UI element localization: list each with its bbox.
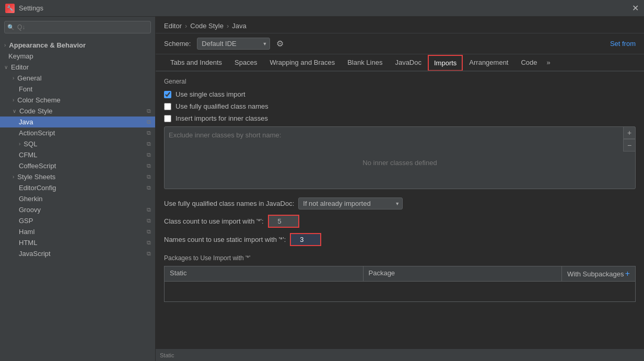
use-fully-qualified-label[interactable]: Use fully qualified class names [175,102,268,110]
add-package-button[interactable]: + [625,269,630,278]
sidebar-item-actionscript[interactable]: ActionScript ⧉ [0,127,155,138]
add-exclude-button[interactable]: + [623,126,636,139]
sidebar-item-label: Gherkin [19,195,43,203]
chevron-right-icon: › [13,75,14,81]
sidebar-item-html[interactable]: HTML ⧉ [0,237,155,248]
sidebar-item-general[interactable]: › General [0,73,155,84]
sidebar-item-code-style[interactable]: ∨ Code Style ⧉ [0,106,155,117]
sidebar-item-java[interactable]: Java ⧉ [0,117,155,127]
copy-icon: ⧉ [147,130,151,136]
search-icon: 🔍 [7,24,15,31]
tabs-bar: Tabs and Indents Spaces Wrapping and Bra… [156,54,644,72]
copy-icon: ⧉ [147,152,151,158]
names-count-label: Names count to use static import with '*… [164,236,286,243]
class-count-input[interactable] [268,215,299,228]
search-input[interactable] [4,21,151,33]
sidebar-item-editorconfig[interactable]: EditorConfig ⧉ [0,182,155,193]
nav-tree: › Appearance & Behavior Keymap ∨ Editor … [0,38,155,361]
gear-icon[interactable]: ⚙ [276,39,284,49]
tab-imports[interactable]: Imports [428,55,463,71]
chevron-right-icon: › [4,42,6,48]
col-package: Package [364,266,563,281]
settings-window: 🔧 Settings ✕ 🔍 › Appearance & Behavior K… [0,0,644,361]
copy-icon: ⧉ [147,239,151,246]
insert-imports-checkbox[interactable] [164,115,171,122]
copy-icon: ⧉ [147,173,151,180]
insert-imports-label[interactable]: Insert imports for inner classes [175,114,268,122]
checkbox-insert-imports: Insert imports for inner classes [164,114,636,122]
tab-arrangement[interactable]: Arrangement [463,54,514,72]
col-subpackages-label: With Subpackages [567,270,624,278]
status-text: Static [160,352,174,358]
sidebar-item-label: Editor [11,63,29,71]
chevron-down-icon: ∨ [4,64,8,70]
use-single-class-label[interactable]: Use single class import [175,90,245,98]
sidebar-item-style-sheets[interactable]: › Style Sheets ⧉ [0,171,155,182]
general-section-title: General [164,78,636,85]
tab-javadoc[interactable]: JavaDoc [389,54,428,72]
sidebar-item-sql[interactable]: › SQL ⧉ [0,138,155,149]
copy-icon: ⧉ [147,108,151,114]
breadcrumb-sep-1: › [185,22,187,30]
sidebar-item-label: Code Style [19,107,53,115]
breadcrumb-sep-2: › [227,22,229,30]
no-inner-text: No inner classes defined [165,143,635,182]
tab-wrapping-braces[interactable]: Wrapping and Braces [263,54,341,72]
names-count-input[interactable] [290,233,321,246]
javadoc-select[interactable]: If not already imported Always Never [298,197,403,209]
sidebar-item-label: General [17,74,41,82]
sidebar-item-editor[interactable]: ∨ Editor [0,62,155,73]
sidebar-item-label: EditorConfig [19,184,56,192]
chevron-down-icon: ∨ [13,108,16,114]
breadcrumb-codestyle: Code Style [190,22,224,30]
scheme-bar: Scheme: Default IDE Project ⚙ Set from [156,33,644,54]
use-fully-qualified-checkbox[interactable] [164,103,171,110]
class-count-row: Class count to use import with '*': [164,215,636,228]
sidebar-item-groovy[interactable]: Groovy ⧉ [0,204,155,215]
sidebar-item-font[interactable]: Font [0,84,155,95]
sidebar-item-label: Font [19,85,32,93]
copy-icon: ⧉ [147,162,151,169]
sidebar-item-color-scheme[interactable]: › Color Scheme [0,95,155,106]
sidebar-item-label: Keymap [8,52,33,60]
sidebar-item-javascript[interactable]: JavaScript ⧉ [0,248,155,259]
packages-section: Packages to Use Import with '*' Static P… [164,254,636,302]
scheme-select[interactable]: Default IDE Project [197,38,270,50]
copy-icon: ⧉ [147,119,151,125]
use-single-class-checkbox[interactable] [164,91,171,98]
set-from-link[interactable]: Set from [610,40,636,48]
sidebar-item-label: CFML [19,151,37,159]
tab-tabs-indents[interactable]: Tabs and Indents [164,54,228,72]
sidebar-item-cfml[interactable]: CFML ⧉ [0,149,155,160]
sidebar-item-gsp[interactable]: GSP ⧉ [0,215,155,226]
tab-more-icon[interactable]: » [544,54,554,71]
sidebar-item-label: Appearance & Behavior [9,41,86,49]
title-bar: 🔧 Settings ✕ [0,0,644,17]
tab-spaces[interactable]: Spaces [228,54,263,72]
tab-code[interactable]: Code [514,54,543,72]
col-static: Static [165,266,364,281]
close-button[interactable]: ✕ [632,3,639,13]
tab-blank-lines[interactable]: Blank Lines [341,54,389,72]
names-count-row: Names count to use static import with '*… [164,233,636,246]
packages-table-header: Static Package With Subpackages + [164,266,636,281]
javadoc-select-wrapper: If not already imported Always Never [298,197,403,209]
packages-table-body [164,281,636,302]
sidebar-item-label: Style Sheets [17,173,55,181]
sidebar-item-gherkin[interactable]: Gherkin [0,193,155,204]
sidebar-item-haml[interactable]: Haml ⧉ [0,226,155,237]
checkbox-use-fully-qualified: Use fully qualified class names [164,102,636,110]
sidebar-item-coffeescript[interactable]: CoffeeScript ⧉ [0,160,155,171]
scheme-label: Scheme: [164,40,191,48]
sidebar-item-appearance[interactable]: › Appearance & Behavior [0,40,155,51]
javadoc-label: Use fully qualified class names in JavaD… [164,200,294,207]
remove-exclude-button[interactable]: − [623,139,636,152]
sidebar-item-label: Color Scheme [17,96,60,104]
window-title: Settings [19,4,632,12]
sidebar-item-keymap[interactable]: Keymap [0,51,155,62]
class-count-label: Class count to use import with '*': [164,217,264,225]
packages-title: Packages to Use Import with '*' [164,254,636,262]
exclude-content: No inner classes defined [165,143,635,185]
chevron-right-icon: › [19,141,20,147]
copy-icon: ⧉ [147,250,151,257]
